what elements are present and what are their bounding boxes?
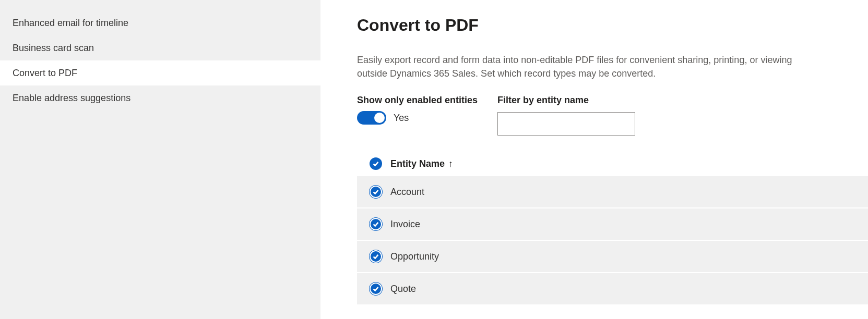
check-icon xyxy=(372,160,379,167)
check-icon xyxy=(372,285,379,292)
sidebar-item-business-card[interactable]: Business card scan xyxy=(0,35,320,60)
row-checkbox[interactable] xyxy=(370,250,382,263)
check-icon xyxy=(372,253,379,260)
toggle-group: Show only enabled entities Yes xyxy=(357,95,478,136)
sidebar-item-label: Enable address suggestions xyxy=(13,93,130,103)
sidebar-item-convert-pdf[interactable]: Convert to PDF xyxy=(0,60,320,85)
show-enabled-toggle[interactable] xyxy=(357,111,386,125)
controls-row: Show only enabled entities Yes Filter by… xyxy=(357,95,868,136)
sidebar-item-label: Business card scan xyxy=(13,43,94,53)
table-row[interactable]: Quote xyxy=(357,273,868,305)
sidebar-item-label: Convert to PDF xyxy=(13,68,77,78)
table-row[interactable]: Invoice xyxy=(357,208,868,241)
toggle-label: Show only enabled entities xyxy=(357,95,478,106)
entity-name-header[interactable]: Entity Name ↑ xyxy=(390,158,453,169)
page-description: Easily export record and form data into … xyxy=(357,53,811,80)
sidebar-item-address-suggestions[interactable]: Enable address suggestions xyxy=(0,85,320,111)
select-all-checkbox[interactable] xyxy=(370,157,382,170)
entity-name-cell: Account xyxy=(390,187,424,198)
page-title: Convert to PDF xyxy=(357,16,868,35)
toggle-knob xyxy=(374,113,385,123)
row-checkbox[interactable] xyxy=(370,283,382,295)
main-content: Convert to PDF Easily export record and … xyxy=(320,0,868,319)
sort-ascending-icon: ↑ xyxy=(448,158,453,169)
sidebar-item-label: Enhanced email for timeline xyxy=(13,18,128,28)
filter-label: Filter by entity name xyxy=(497,95,635,106)
toggle-value: Yes xyxy=(394,113,409,124)
table-row[interactable]: Opportunity xyxy=(357,241,868,273)
table-row[interactable]: Account xyxy=(357,176,868,208)
entity-name-cell: Invoice xyxy=(390,219,420,230)
filter-group: Filter by entity name xyxy=(497,95,635,136)
sidebar-item-enhanced-email[interactable]: Enhanced email for timeline xyxy=(0,10,320,35)
sidebar: Enhanced email for timeline Business car… xyxy=(0,0,320,319)
entity-name-cell: Quote xyxy=(390,284,416,295)
filter-input[interactable] xyxy=(497,112,635,136)
check-icon xyxy=(372,220,379,228)
check-icon xyxy=(372,188,379,195)
toggle-row: Yes xyxy=(357,111,478,125)
row-checkbox[interactable] xyxy=(370,186,382,198)
entity-table: Entity Name ↑ Account Invoice Opportunit… xyxy=(357,151,868,305)
entity-name-cell: Opportunity xyxy=(390,251,439,262)
entity-table-header: Entity Name ↑ xyxy=(357,151,868,176)
row-checkbox[interactable] xyxy=(370,218,382,230)
